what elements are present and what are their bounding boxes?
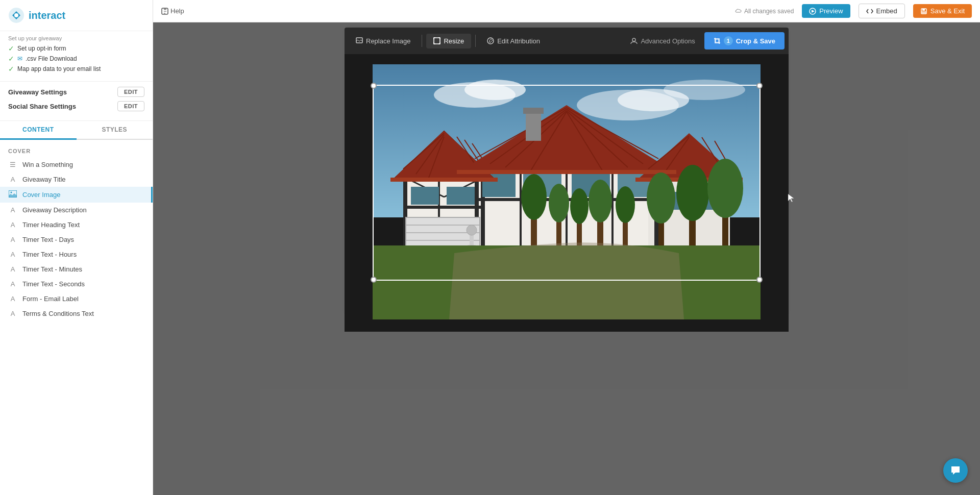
image-icon (8, 190, 17, 199)
cover-section-header: COVER (0, 146, 153, 157)
cloud-icon (735, 8, 742, 15)
edit-attribution-label: Edit Attribution (497, 37, 540, 45)
preview-button[interactable]: Preview (802, 4, 850, 18)
sidebar-item-cover-image[interactable]: Cover Image (0, 187, 153, 203)
sidebar-item-form-email[interactable]: A Form - Email Label (0, 291, 153, 306)
text-icon-8: A (8, 295, 17, 303)
advanced-options-label: Advanced Options (641, 37, 695, 45)
sidebar: interact Set up your giveaway ✓ Set up o… (0, 0, 153, 495)
sidebar-item-label-cover-image: Cover Image (22, 191, 60, 199)
toolbar-divider-2 (475, 35, 476, 47)
checklist-item-2: ✓ ✉ .csv File Download (8, 55, 144, 63)
crop-image-container (373, 64, 761, 321)
giveaway-settings-label: Giveaway Settings (8, 88, 67, 96)
svg-rect-14 (716, 39, 719, 42)
svg-point-3 (11, 192, 12, 193)
resize-label: Resize (444, 37, 464, 45)
text-icon-7: A (8, 280, 17, 288)
replace-image-button[interactable]: Replace Image (349, 34, 418, 48)
social-share-settings-label: Social Share Settings (8, 103, 76, 110)
sidebar-item-timer-hours[interactable]: A Timer Text - Hours (0, 247, 153, 262)
text-icon-3: A (8, 221, 17, 229)
sidebar-item-timer-heading[interactable]: A Timer Heading Text (0, 217, 153, 232)
sidebar-content-list: COVER ☰ Win a Something A Giveaway Title… (0, 140, 153, 495)
help-link[interactable]: Help (161, 7, 184, 15)
setup-checklist: Set up your giveaway ✓ Set up opt-in for… (0, 31, 153, 82)
svg-point-13 (632, 38, 635, 41)
email-icon: ✉ (17, 55, 22, 62)
check-icon-1: ✓ (8, 44, 14, 53)
giveaway-settings-edit-button[interactable]: EDIT (117, 87, 144, 97)
embed-button[interactable]: Embed (859, 4, 905, 18)
save-exit-label: Save & Exit (930, 7, 965, 15)
embed-icon (866, 8, 873, 15)
checklist-title: Set up your giveaway (8, 35, 144, 41)
toolbar-divider-1 (422, 35, 422, 47)
crop-handle-bottom-right[interactable] (756, 277, 763, 283)
sidebar-item-timer-minutes[interactable]: A Timer Text - Minutes (0, 262, 153, 277)
main-topbar: Help All changes saved Preview Embed (153, 0, 980, 22)
text-icon-1: A (8, 176, 17, 183)
chat-icon (949, 464, 962, 477)
svg-rect-8 (922, 9, 925, 11)
crop-step-number: 1 (724, 36, 733, 45)
crop-handle-top-left[interactable] (371, 83, 377, 89)
sidebar-item-label-terms: Terms & Conditions Text (22, 310, 94, 317)
crop-icon (714, 37, 721, 44)
sidebar-settings: Giveaway Settings EDIT Social Share Sett… (0, 82, 153, 121)
interact-logo-icon (8, 7, 24, 23)
crop-overlay: Replace Image Resize (153, 22, 980, 495)
text-icon-2: A (8, 206, 17, 214)
sidebar-item-label-timer-heading: Timer Heading Text (22, 221, 80, 229)
hamburger-icon: ☰ (8, 161, 17, 168)
tab-styles[interactable]: STYLES (77, 121, 153, 140)
help-icon (161, 8, 168, 15)
main-area: Help All changes saved Preview Embed (153, 0, 980, 495)
edit-attribution-button[interactable]: Edit Attribution (480, 34, 547, 48)
sidebar-item-timer-days[interactable]: A Timer Text - Days (0, 232, 153, 247)
advanced-options-area[interactable]: Advanced Options (623, 34, 702, 48)
social-share-settings-edit-button[interactable]: EDIT (117, 101, 144, 111)
save-exit-button[interactable]: Save & Exit (913, 4, 972, 18)
checklist-label-2: .csv File Download (26, 55, 77, 62)
help-label: Help (170, 7, 184, 15)
crop-handle-top-right[interactable] (756, 83, 763, 89)
check-icon-2: ✓ (8, 55, 14, 63)
svg-point-12 (487, 38, 494, 44)
preview-icon (809, 8, 816, 15)
sidebar-item-label-timer-seconds: Timer Text - Seconds (22, 280, 85, 288)
svg-rect-11 (434, 38, 440, 44)
checklist-item-1: ✓ Set up opt-in form (8, 44, 144, 53)
sidebar-item-win-something[interactable]: ☰ Win a Something (0, 157, 153, 172)
sidebar-item-giveaway-title[interactable]: A Giveaway Title (0, 172, 153, 187)
save-icon (920, 8, 927, 15)
sidebar-item-label-timer-days: Timer Text - Days (22, 236, 74, 243)
giveaway-settings-row: Giveaway Settings EDIT (8, 87, 144, 97)
text-icon-4: A (8, 236, 17, 243)
logo-area: interact (0, 0, 153, 31)
sidebar-item-timer-seconds[interactable]: A Timer Text - Seconds (0, 277, 153, 291)
preview-label: Preview (819, 7, 843, 15)
checklist-label-3: Map app data to your email list (17, 65, 101, 72)
sidebar-item-label-timer-minutes: Timer Text - Minutes (22, 265, 82, 273)
svg-point-1 (14, 13, 18, 17)
chat-button[interactable] (943, 458, 968, 483)
svg-marker-6 (812, 10, 815, 13)
crop-modal: Replace Image Resize (345, 28, 789, 332)
crop-save-button[interactable]: 1 Crop & Save (704, 32, 785, 50)
crop-image-area (345, 54, 789, 332)
sidebar-item-label-description: Giveaway Description (22, 206, 87, 214)
checklist-label-1: Set up opt-in form (17, 45, 66, 52)
tab-content[interactable]: CONTENT (0, 121, 77, 140)
sidebar-item-terms[interactable]: A Terms & Conditions Text (0, 306, 153, 321)
text-icon-9: A (8, 310, 17, 317)
save-status-text: All changes saved (744, 8, 794, 15)
crop-selection-overlay (373, 85, 761, 281)
text-icon-5: A (8, 251, 17, 258)
resize-button[interactable]: Resize (426, 34, 471, 48)
crop-handle-bottom-left[interactable] (371, 277, 377, 283)
sidebar-item-giveaway-description[interactable]: A Giveaway Description (0, 203, 153, 217)
save-status: All changes saved (735, 8, 794, 15)
text-icon-6: A (8, 265, 17, 273)
attribution-icon (487, 37, 494, 44)
